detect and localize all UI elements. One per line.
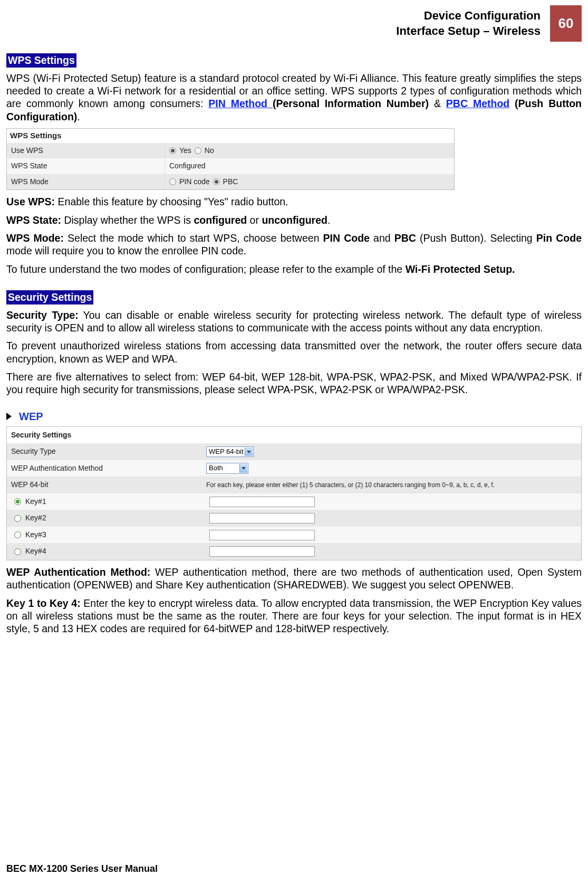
wps-future-b: Wi-Fi Protected Setup. bbox=[406, 263, 515, 275]
key1-radio[interactable] bbox=[14, 498, 21, 505]
wep-title: WEP bbox=[19, 410, 43, 423]
wps-ss-title: WPS Settings bbox=[7, 129, 454, 143]
header-title-line2: Interface Setup – Wireless bbox=[396, 24, 541, 39]
radio-pin-label: PIN code bbox=[179, 177, 210, 187]
sec-ss-title: Security Settings bbox=[7, 427, 202, 444]
security-type-desc: Security Type: You can disable or enable… bbox=[6, 309, 582, 335]
security-section: Security Settings Security Type: You can… bbox=[6, 290, 582, 635]
wps-mode-desc: WPS Mode: Select the mode which to start… bbox=[6, 232, 582, 258]
radio-no-label: No bbox=[205, 146, 214, 156]
sec-ss-title-row: Security Settings bbox=[7, 427, 581, 444]
sec-ss-wep64-label: WEP 64-bit bbox=[7, 477, 202, 493]
wps-section-label: WPS Settings bbox=[6, 53, 76, 67]
security-para3: There are five alternatives to select fr… bbox=[6, 370, 582, 396]
header-titles: Device Configuration Interface Setup – W… bbox=[396, 5, 545, 42]
dropdown-arrow-icon bbox=[245, 448, 253, 456]
wps-ss-usewps-value: Yes No bbox=[165, 143, 454, 159]
wps-mode-and: and bbox=[370, 232, 394, 244]
wps-state-or: or bbox=[247, 214, 262, 226]
wps-mode-b: WPS Mode: bbox=[6, 232, 64, 244]
wps-state-b: WPS State: bbox=[6, 214, 61, 226]
page-number: 60 bbox=[550, 5, 582, 42]
key-desc: Key 1 to Key 4: Enter the key to encrypt… bbox=[6, 597, 582, 635]
wps-usewps-t: Enable this feature by choosing "Yes" ra… bbox=[55, 196, 288, 207]
sec-ss-key1-row: Key#1 bbox=[7, 493, 581, 510]
wps-mode-pin2: Pin Code bbox=[536, 232, 582, 244]
wps-state-c: configured bbox=[194, 214, 247, 226]
wps-ss-state-label: WPS State bbox=[7, 158, 165, 174]
wep-auth-select[interactable]: Both bbox=[206, 463, 248, 473]
wps-ss-row-state: WPS State Configured bbox=[7, 158, 454, 174]
triangle-right-icon bbox=[6, 413, 12, 420]
wps-usewps-desc: Use WPS: Enable this feature by choosing… bbox=[6, 195, 582, 208]
wep-auth-select-value: Both bbox=[209, 464, 223, 472]
header-title-line1: Device Configuration bbox=[396, 8, 541, 24]
wps-state-t1: Display whether the WPS is bbox=[61, 214, 194, 226]
key4-input[interactable] bbox=[209, 546, 315, 557]
wps-ss-row-mode: WPS Mode PIN code PBC bbox=[7, 174, 454, 190]
wps-mode-t2: (Push Button). Selecting bbox=[416, 232, 536, 244]
sec-ss-wepauth-label: WEP Authentication Method bbox=[7, 460, 202, 477]
wps-screenshot: WPS Settings Use WPS Yes No WPS State Co… bbox=[6, 128, 455, 190]
key1-input[interactable] bbox=[209, 497, 315, 507]
wps-intro-pin-desc: (Personal Information Number) bbox=[273, 98, 429, 109]
wps-intro-period: . bbox=[77, 111, 80, 122]
pin-method-link[interactable]: PIN Method bbox=[208, 98, 273, 109]
key1-label: Key#1 bbox=[25, 497, 46, 507]
radio-yes[interactable] bbox=[169, 147, 176, 154]
wps-section: WPS Settings WPS (Wi-Fi Protected Setup)… bbox=[6, 53, 582, 275]
wep-auth-b: WEP Authentication Method: bbox=[6, 566, 150, 578]
sec-ss-wep64-note: For each key, please enter either (1) 5 … bbox=[202, 477, 581, 493]
key2-radio[interactable] bbox=[14, 515, 21, 522]
radio-pbc[interactable] bbox=[213, 178, 220, 185]
radio-yes-label: Yes bbox=[179, 146, 191, 156]
wps-ss-mode-value: PIN code PBC bbox=[165, 174, 454, 190]
wps-mode-t1: Select the mode which to start WPS, choo… bbox=[64, 232, 323, 244]
security-type-select-value: WEP 64-bit bbox=[209, 448, 244, 455]
wps-intro: WPS (Wi-Fi Protected Setup) feature is a… bbox=[6, 72, 582, 123]
radio-pin[interactable] bbox=[169, 178, 176, 185]
wps-ss-mode-label: WPS Mode bbox=[7, 174, 165, 190]
pbc-method-link[interactable]: PBC Method bbox=[446, 98, 509, 109]
wps-state-desc: WPS State: Display whether the WPS is co… bbox=[6, 214, 582, 226]
key3-input[interactable] bbox=[209, 530, 315, 540]
sec-ss-sectype-row: Security Type WEP 64-bit bbox=[7, 443, 581, 460]
security-type-b: Security Type: bbox=[6, 309, 79, 321]
key4-radio[interactable] bbox=[14, 548, 21, 555]
wep-auth-desc: WEP Authentication Method: WEP authentic… bbox=[6, 566, 582, 592]
security-type-select[interactable]: WEP 64-bit bbox=[206, 446, 254, 457]
key-b: Key 1 to Key 4: bbox=[6, 597, 81, 609]
sec-ss-wepauth-row: WEP Authentication Method Both bbox=[7, 460, 581, 477]
wps-intro-amp: & bbox=[429, 98, 446, 109]
key4-label: Key#4 bbox=[25, 547, 46, 556]
sec-ss-key3-row: Key#3 bbox=[7, 527, 581, 544]
security-para2: To prevent unauthorized wireless station… bbox=[6, 339, 582, 365]
key2-input[interactable] bbox=[209, 513, 315, 524]
sec-ss-key4-row: Key#4 bbox=[7, 543, 581, 560]
wps-future-t1: To future understand the two modes of co… bbox=[6, 263, 406, 275]
dropdown-arrow-icon bbox=[239, 464, 247, 472]
wps-future-desc: To future understand the two modes of co… bbox=[6, 263, 582, 275]
sec-ss-key2-row: Key#2 bbox=[7, 510, 581, 527]
key-t: Enter the key to encrypt wireless data. … bbox=[6, 597, 582, 635]
security-type-t: You can disable or enable wireless secur… bbox=[6, 309, 582, 334]
sec-ss-sectype-label: Security Type bbox=[7, 443, 202, 460]
wps-usewps-b: Use WPS: bbox=[6, 196, 55, 207]
radio-pbc-label: PBC bbox=[223, 177, 238, 187]
wps-mode-pbc: PBC bbox=[394, 232, 416, 244]
security-screenshot: Security Settings Security Type WEP 64-b… bbox=[6, 426, 582, 560]
sec-ss-wep64-row: WEP 64-bit For each key, please enter ei… bbox=[7, 477, 581, 493]
radio-no[interactable] bbox=[195, 147, 201, 154]
wps-ss-usewps-label: Use WPS bbox=[7, 143, 165, 159]
page-header: Device Configuration Interface Setup – W… bbox=[6, 5, 582, 42]
wep-heading: WEP bbox=[6, 410, 582, 423]
wps-mode-t3: mode will require you to know the enroll… bbox=[6, 245, 246, 256]
key3-radio[interactable] bbox=[14, 531, 21, 538]
key2-label: Key#2 bbox=[25, 513, 46, 523]
wps-mode-pin: PIN Code bbox=[323, 232, 370, 244]
wps-state-end: . bbox=[327, 214, 330, 226]
security-section-label: Security Settings bbox=[6, 290, 93, 304]
wps-ss-row-usewps: Use WPS Yes No bbox=[7, 143, 454, 159]
wps-ss-state-value: Configured bbox=[165, 158, 454, 174]
wps-state-u: unconfigured bbox=[262, 214, 327, 226]
